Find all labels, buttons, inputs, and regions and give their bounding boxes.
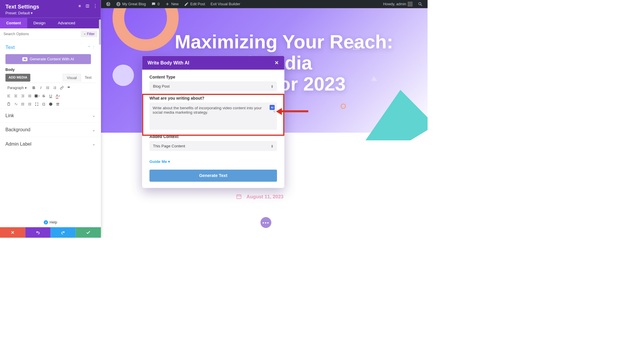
svg-rect-14: [54, 87, 56, 87]
body-label: Body: [6, 68, 95, 72]
svg-rect-28: [28, 95, 31, 95]
italic-icon[interactable]: I: [37, 85, 44, 91]
toolbar-toggle-icon[interactable]: [54, 101, 61, 108]
scrollbar[interactable]: [99, 19, 101, 45]
svg-point-45: [50, 104, 50, 104]
svg-text:T: T: [14, 103, 16, 105]
select-arrows-icon: ▲▼: [271, 85, 273, 88]
svg-rect-8: [47, 87, 49, 87]
svg-rect-50: [56, 105, 59, 105]
align-right-icon[interactable]: [19, 93, 26, 100]
chevron-down-icon: ⌄: [92, 127, 95, 132]
svg-point-3: [419, 3, 421, 5]
edit-post-link[interactable]: Edit Post: [181, 0, 208, 8]
ai-modal-title: Write Body With AI: [148, 60, 189, 66]
wp-logo[interactable]: [103, 0, 114, 8]
tab-design[interactable]: Design: [27, 18, 52, 28]
special-char-icon[interactable]: Ω: [40, 101, 47, 108]
preset-selector[interactable]: Preset: Default▾: [6, 11, 95, 15]
section-more-icon[interactable]: ⋮: [92, 45, 95, 49]
table-icon[interactable]: ▾: [33, 93, 40, 100]
decorative-circle: [112, 64, 134, 86]
svg-text:3: 3: [53, 88, 54, 90]
paste-icon[interactable]: [6, 101, 12, 108]
wp-admin-bar: My Great Blog 0 New Edit Post Exit Visua…: [101, 0, 428, 8]
save-button[interactable]: [76, 227, 101, 238]
drag-icon[interactable]: [78, 4, 82, 8]
svg-rect-22: [14, 95, 17, 95]
svg-line-4: [421, 5, 422, 6]
more-icon[interactable]: ⋮: [93, 4, 97, 8]
svg-rect-41: [28, 103, 31, 103]
tab-advanced[interactable]: Advanced: [52, 18, 81, 28]
svg-rect-48: [57, 103, 58, 104]
bold-icon[interactable]: B: [30, 85, 37, 91]
add-media-button[interactable]: ADD MEDIA: [6, 74, 30, 82]
exit-visual-builder[interactable]: Exit Visual Builder: [208, 0, 243, 8]
redo-button[interactable]: [50, 227, 76, 238]
align-left-icon[interactable]: [6, 93, 12, 100]
builder-fab[interactable]: •••: [261, 217, 271, 228]
added-context-select[interactable]: This Page Content ▲▼: [150, 141, 277, 151]
svg-rect-43: [28, 105, 31, 105]
section-admin-label[interactable]: Admin Label⌄: [0, 137, 101, 151]
svg-rect-39: [23, 104, 24, 104]
emoji-icon[interactable]: [47, 101, 54, 108]
close-icon[interactable]: ✕: [275, 60, 279, 66]
new-link[interactable]: New: [162, 0, 181, 8]
select-arrows-icon: ▲▼: [271, 144, 273, 148]
filter-button[interactable]: ＋Filter: [81, 31, 97, 37]
expand-icon[interactable]: [85, 4, 90, 8]
ul-icon[interactable]: [44, 85, 51, 91]
align-justify-icon[interactable]: [26, 93, 33, 100]
svg-rect-12: [47, 89, 49, 89]
content-type-select[interactable]: Blog Post ▲▼: [150, 81, 277, 91]
svg-rect-49: [58, 103, 59, 104]
outdent-icon[interactable]: [19, 101, 26, 108]
svg-rect-26: [22, 96, 24, 96]
search-toggle[interactable]: [415, 0, 425, 8]
indent-icon[interactable]: [26, 101, 33, 108]
paragraph-selector[interactable]: Paragraph▾: [6, 85, 29, 91]
svg-rect-51: [56, 105, 59, 105]
section-text-header[interactable]: Text ⌃ ⋮: [6, 42, 95, 53]
chevron-down-icon: ▾: [25, 86, 27, 90]
discard-button[interactable]: [0, 227, 25, 238]
link-icon[interactable]: [59, 85, 65, 91]
svg-rect-34: [8, 103, 10, 105]
align-center-icon[interactable]: [12, 93, 19, 100]
svg-rect-27: [21, 97, 24, 97]
decorative-teal-shape: [365, 90, 427, 141]
cursor-icon: ☟: [273, 109, 275, 114]
howdy-link[interactable]: Howdy, admin: [380, 0, 415, 8]
guide-me-link[interactable]: Guide Me▾: [150, 159, 170, 164]
ai-modal-header: Write Body With AI ✕: [142, 56, 284, 70]
search-options-input[interactable]: [4, 32, 81, 36]
text-color-icon[interactable]: A▾: [54, 93, 61, 100]
undo-button[interactable]: [25, 227, 50, 238]
strikethrough-icon[interactable]: S: [40, 93, 47, 100]
section-link[interactable]: Link⌄: [0, 108, 101, 122]
svg-point-9: [46, 88, 47, 88]
help-icon: ?: [44, 220, 48, 225]
site-name: My Great Blog: [122, 2, 146, 6]
svg-line-37: [16, 104, 17, 105]
prompt-textarea[interactable]: [153, 106, 266, 127]
clear-format-icon[interactable]: T: [12, 101, 19, 108]
quote-icon[interactable]: ❝: [66, 85, 72, 91]
comments-link[interactable]: 0: [149, 0, 162, 8]
editor-tab-text[interactable]: Text: [81, 74, 95, 82]
comments-count: 0: [157, 2, 160, 6]
fullscreen-icon[interactable]: [33, 101, 40, 108]
generate-text-button[interactable]: Generate Text: [150, 170, 277, 182]
help-row[interactable]: ?Help: [0, 217, 101, 227]
editor-tab-visual[interactable]: Visual: [63, 74, 81, 82]
tab-content[interactable]: Content: [0, 18, 27, 28]
ol-icon[interactable]: 123: [52, 85, 58, 91]
site-name-link[interactable]: My Great Blog: [113, 0, 148, 8]
underline-icon[interactable]: U: [47, 93, 54, 100]
generate-content-ai-button[interactable]: AI Generate Content With AI: [6, 54, 91, 64]
svg-rect-30: [28, 97, 31, 97]
section-background[interactable]: Background⌄: [0, 122, 101, 137]
svg-rect-53: [237, 195, 241, 199]
